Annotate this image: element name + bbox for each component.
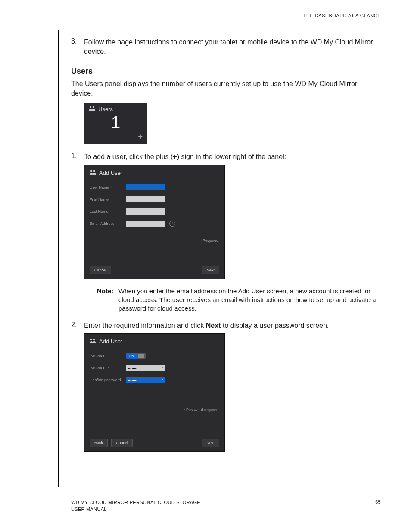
users-icon [90, 170, 97, 176]
username-label: User Name * [90, 185, 126, 190]
clear-icon[interactable]: × [162, 365, 164, 370]
password-toggle-label: Password [90, 354, 126, 358]
lastname-input[interactable] [126, 208, 165, 215]
page-header-right: THE DASHBOARD AT A GLANCE [58, 13, 381, 18]
required-note: * Required [84, 230, 224, 245]
password-dots: •••••••• [128, 366, 137, 370]
add-user-plus[interactable]: + [138, 132, 143, 141]
users-icon [90, 338, 97, 345]
email-label: Email Address [90, 221, 126, 226]
clear-icon[interactable]: × [162, 377, 164, 382]
users-intro: The Users panel displays the number of u… [71, 79, 381, 98]
footer-line2: USER MANUAL [71, 506, 200, 513]
users-heading: Users [71, 67, 381, 76]
step-1-pre: To add a user, click the plus ( [84, 153, 173, 160]
password-label: Password * [90, 366, 126, 370]
lastname-label: Last Name [90, 209, 126, 214]
password-toggle[interactable]: ON [126, 353, 146, 359]
users-panel-card: Users 1 + [84, 103, 147, 144]
email-input[interactable] [126, 221, 165, 227]
users-icon [89, 106, 96, 112]
step-1-bold: + [173, 153, 177, 160]
step-2: 2. Enter the required information and cl… [71, 321, 381, 330]
firstname-label: First Name [90, 197, 126, 202]
note-label: Note: [97, 287, 118, 313]
cancel-button[interactable]: Cancel [111, 439, 133, 447]
next-button[interactable]: Next [202, 266, 219, 274]
toggle-knob [138, 354, 144, 358]
confirm-password-dots: •••••••• [128, 378, 137, 382]
dialog2-title: Add User [99, 338, 122, 345]
dialog1-title: Add User [99, 170, 122, 176]
step-2-bold: Next [206, 322, 221, 329]
step-1-post: ) sign in the lower right of the panel: [177, 153, 286, 160]
users-count: 1 [84, 114, 147, 131]
step-2-pre: Enter the required information and click [84, 322, 206, 329]
step-2-post: to display a user password screen. [221, 322, 329, 329]
step-1-text: To add a user, click the plus (+) sign i… [84, 152, 381, 162]
toggle-on-label: ON [126, 353, 137, 359]
step-2-num: 2. [71, 321, 84, 330]
page-number: 65 [375, 499, 381, 513]
page-footer: WD MY CLOUD MIRROR PERSONAL CLOUD STORAG… [71, 499, 381, 513]
step-1-num: 1. [71, 152, 84, 162]
step-2-text: Enter the required information and click… [84, 321, 381, 330]
note-text: When you enter the email address on the … [118, 287, 381, 313]
password-input[interactable]: •••••••• × [126, 365, 165, 371]
back-button[interactable]: Back [90, 439, 108, 447]
confirm-password-label: Confirm password [90, 378, 126, 382]
note-block: Note: When you enter the email address o… [97, 287, 381, 313]
add-user-dialog-1: Add User User Name * First Name Last Nam… [84, 165, 225, 279]
step-1: 1. To add a user, click the plus (+) sig… [71, 152, 381, 162]
next-button[interactable]: Next [202, 439, 219, 447]
cancel-button[interactable]: Cancel [90, 266, 111, 274]
footer-line1: WD MY CLOUD MIRROR PERSONAL CLOUD STORAG… [71, 499, 200, 506]
add-user-dialog-2: Add User Password ON Password * ••••••••… [84, 333, 225, 452]
username-input[interactable] [126, 184, 165, 190]
users-panel-title: Users [98, 106, 113, 112]
firstname-input[interactable] [126, 196, 165, 202]
confirm-password-input[interactable]: •••••••• × [126, 377, 165, 383]
password-required-note: * Password required [84, 386, 224, 414]
step-3: 3. Follow the page instructions to conne… [71, 37, 381, 56]
step-3-num: 3. [71, 37, 84, 56]
info-icon[interactable]: i [169, 221, 175, 227]
step-3-text: Follow the page instructions to connect … [84, 37, 381, 56]
